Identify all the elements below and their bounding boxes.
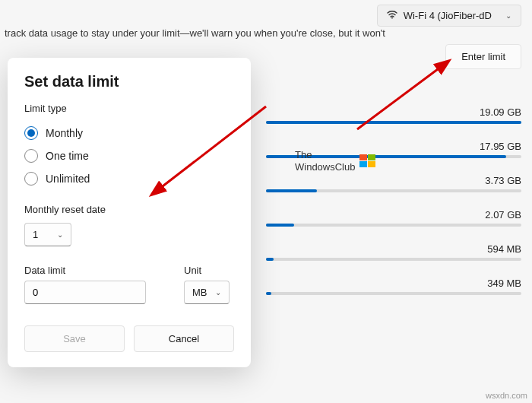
usage-bar <box>266 189 521 192</box>
wifi-network-select[interactable]: Wi-Fi 4 (JioFiber-dD ⌄ <box>377 5 521 27</box>
usage-row: 3.73 GB <box>266 175 521 192</box>
reset-date-label: Monthly reset date <box>24 204 234 215</box>
radio-icon <box>24 172 38 186</box>
usage-bar <box>266 292 521 295</box>
radio-one-time[interactable]: One time <box>24 144 234 167</box>
chevron-down-icon: ⌄ <box>505 11 511 20</box>
unit-select[interactable]: MB ⌄ <box>184 281 230 304</box>
usage-row: 19.09 GB <box>266 106 521 124</box>
svg-point-0 <box>391 17 393 19</box>
radio-label: Unlimited <box>46 173 90 185</box>
chevron-down-icon: ⌄ <box>57 230 63 239</box>
usage-size: 594 MB <box>266 243 521 255</box>
usage-bar <box>266 121 521 124</box>
radio-label: One time <box>46 150 89 162</box>
windows-logo-icon <box>359 154 376 168</box>
watermark: The WindowsClub <box>295 149 376 173</box>
corner-watermark: wsxdn.com <box>486 391 527 400</box>
reset-date-value: 1 <box>33 229 38 240</box>
usage-bar <box>266 258 521 261</box>
data-limit-input[interactable] <box>24 281 146 304</box>
radio-label: Monthly <box>46 127 83 139</box>
watermark-line: WindowsClub <box>295 161 355 173</box>
usage-size: 19.09 GB <box>266 106 521 118</box>
wifi-label: Wi-Fi 4 (JioFiber-dD <box>404 10 492 21</box>
dialog-title: Set data limit <box>24 73 234 90</box>
set-data-limit-dialog: Set data limit Limit type Monthly One ti… <box>8 58 251 367</box>
radio-unlimited[interactable]: Unlimited <box>24 167 234 190</box>
radio-icon <box>24 126 38 140</box>
usage-list: 19.09 GB 17.95 GB 3.73 GB 2.07 GB 594 MB… <box>266 106 521 312</box>
usage-row: 2.07 GB <box>266 209 521 227</box>
reset-date-select[interactable]: 1 ⌄ <box>24 223 71 246</box>
usage-row: 594 MB <box>266 243 521 261</box>
usage-size: 2.07 GB <box>266 209 521 221</box>
unit-label: Unit <box>184 265 230 276</box>
chevron-down-icon: ⌄ <box>215 288 221 297</box>
save-button[interactable]: Save <box>24 325 125 352</box>
usage-row: 349 MB <box>266 278 521 295</box>
watermark-line: The <box>295 149 355 161</box>
usage-bar <box>266 224 521 227</box>
radio-icon <box>24 149 38 163</box>
data-limit-label: Data limit <box>24 265 146 276</box>
radio-monthly[interactable]: Monthly <box>24 122 234 144</box>
usage-size: 3.73 GB <box>266 175 521 186</box>
description-text: track data usage to stay under your limi… <box>5 27 385 39</box>
wifi-icon <box>387 10 397 21</box>
limit-type-label: Limit type <box>24 103 234 114</box>
unit-value: MB <box>192 287 207 298</box>
enter-limit-button[interactable]: Enter limit <box>445 44 521 69</box>
usage-size: 349 MB <box>266 278 521 289</box>
cancel-button[interactable]: Cancel <box>134 325 234 352</box>
